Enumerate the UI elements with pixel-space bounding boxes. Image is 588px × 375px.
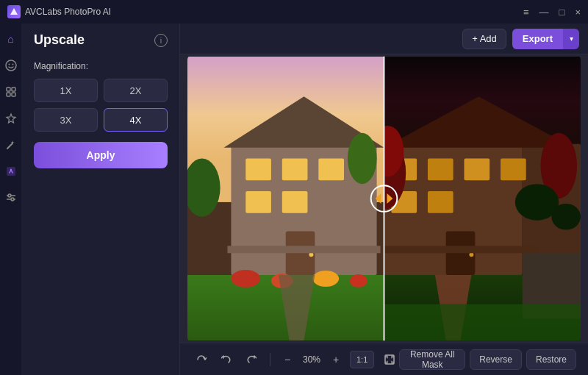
apply-button[interactable]: Apply — [34, 142, 168, 168]
export-dropdown-button[interactable]: ▾ — [563, 29, 579, 49]
svg-rect-23 — [245, 191, 271, 213]
fit-icon[interactable] — [380, 350, 399, 369]
svg-rect-5 — [7, 93, 10, 96]
svg-rect-24 — [282, 191, 308, 213]
menu-icon[interactable]: ≡ — [523, 7, 529, 17]
left-panel: Upscale i Magnification: 1X 2X 3X 4X App… — [22, 24, 180, 375]
magnification-label: Magnification: — [34, 61, 168, 71]
svg-rect-6 — [12, 93, 15, 96]
panel-title: Upscale — [34, 32, 85, 48]
sidebar-puzzle-icon[interactable] — [3, 84, 19, 100]
export-button[interactable]: Export — [512, 29, 563, 49]
svg-rect-20 — [245, 159, 271, 181]
minimize-icon[interactable]: — — [539, 7, 549, 17]
image-container — [187, 55, 581, 342]
svg-point-11 — [8, 194, 11, 197]
svg-rect-49 — [384, 246, 537, 253]
remove-all-mask-button[interactable]: Remove All Mask — [399, 349, 465, 370]
app-title: AVCLabs PhotoPro AI — [25, 7, 111, 17]
sidebar-wand-icon[interactable] — [3, 137, 19, 153]
zoom-out-button[interactable]: − — [279, 351, 295, 368]
svg-point-12 — [11, 198, 14, 201]
panel-content: Magnification: 1X 2X 3X 4X Apply — [22, 54, 179, 375]
svg-rect-46 — [428, 191, 453, 213]
svg-point-30 — [231, 270, 260, 288]
maximize-icon[interactable]: □ — [559, 7, 565, 17]
svg-rect-3 — [7, 88, 10, 91]
house-scene — [187, 55, 581, 342]
info-icon[interactable]: i — [154, 34, 168, 47]
svg-rect-42 — [428, 159, 453, 181]
titlebar-controls[interactable]: ≡ — □ × — [523, 7, 581, 17]
close-icon[interactable]: × — [575, 7, 581, 17]
titlebar-left: AVCLabs PhotoPro AI — [7, 5, 111, 18]
svg-point-0 — [6, 60, 16, 71]
toolbar-divider-1 — [270, 353, 270, 366]
zoom-control: − 30% + — [279, 351, 344, 368]
toolbar-left: − 30% + 1:1 — [192, 350, 399, 369]
ratio-button[interactable]: 1:1 — [350, 351, 374, 368]
canvas-wrapper — [180, 54, 588, 343]
app-logo — [7, 5, 21, 18]
titlebar: AVCLabs PhotoPro AI ≡ — □ × — [0, 0, 588, 24]
zoom-label: 30% — [298, 354, 325, 365]
zoom-in-button[interactable]: + — [328, 351, 344, 368]
svg-point-2 — [12, 64, 13, 65]
sidebar-star-icon[interactable] — [3, 110, 19, 126]
bottom-toolbar: − 30% + 1:1 Remove All Mask — [180, 343, 588, 375]
svg-point-8 — [10, 169, 12, 171]
icon-sidebar: ⌂ — [0, 24, 22, 375]
svg-rect-62 — [385, 355, 394, 364]
sidebar-home-icon[interactable]: ⌂ — [3, 31, 19, 47]
mag-3x-button[interactable]: 3X — [34, 108, 98, 132]
svg-rect-57 — [384, 304, 581, 341]
svg-rect-21 — [282, 159, 308, 181]
magnification-grid: 1X 2X 3X 4X — [34, 79, 168, 132]
svg-rect-43 — [464, 159, 490, 181]
svg-point-54 — [551, 204, 581, 230]
mag-1x-button[interactable]: 1X — [34, 79, 98, 102]
main-layout: ⌂ — [0, 24, 588, 375]
svg-point-29 — [348, 133, 377, 184]
svg-point-32 — [312, 271, 339, 287]
toolbar-right: Remove All Mask Reverse Restore — [399, 349, 576, 370]
mag-4x-button[interactable]: 4X — [104, 108, 168, 132]
svg-point-1 — [8, 64, 10, 65]
top-bar: + Add Export ▾ — [180, 24, 588, 54]
content-area: + Add Export ▾ — [180, 24, 588, 375]
export-button-group: Export ▾ — [512, 29, 579, 49]
restore-button[interactable]: Restore — [526, 349, 576, 370]
sidebar-face-icon[interactable] — [3, 57, 19, 74]
svg-rect-22 — [318, 159, 344, 181]
panel-header: Upscale i — [22, 24, 179, 54]
sidebar-sliders-icon[interactable] — [3, 190, 19, 206]
mag-2x-button[interactable]: 2X — [104, 79, 168, 102]
svg-point-33 — [350, 274, 368, 288]
svg-rect-7 — [7, 167, 15, 176]
add-button[interactable]: + Add — [462, 29, 506, 49]
svg-rect-44 — [501, 159, 526, 181]
svg-rect-4 — [12, 88, 15, 91]
redo-icon[interactable] — [242, 350, 261, 369]
reverse-button[interactable]: Reverse — [470, 349, 522, 370]
svg-rect-27 — [227, 246, 380, 253]
refresh-icon[interactable] — [192, 350, 211, 369]
undo-icon[interactable] — [217, 350, 236, 369]
sidebar-upscale-icon[interactable] — [3, 163, 19, 179]
